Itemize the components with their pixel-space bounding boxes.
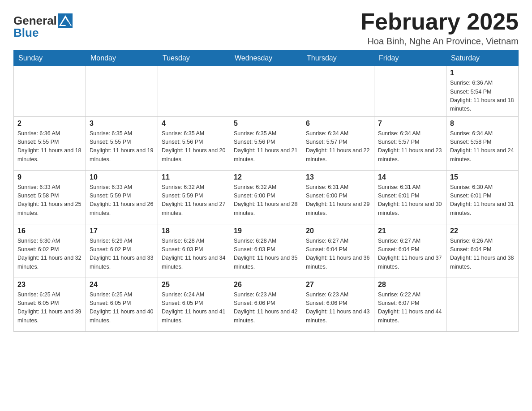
calendar-cell: 6Sunrise: 6:34 AM Sunset: 5:57 PM Daylig… bbox=[302, 116, 374, 170]
day-number: 6 bbox=[306, 120, 370, 128]
calendar-cell bbox=[302, 66, 374, 117]
header-wednesday: Wednesday bbox=[230, 51, 302, 66]
header-monday: Monday bbox=[86, 51, 158, 66]
header-sunday: Sunday bbox=[14, 51, 86, 66]
calendar-cell: 7Sunrise: 6:34 AM Sunset: 5:57 PM Daylig… bbox=[374, 116, 446, 170]
day-number: 13 bbox=[306, 173, 370, 181]
day-info: Sunrise: 6:32 AM Sunset: 5:59 PM Dayligh… bbox=[162, 183, 226, 218]
day-number: 4 bbox=[162, 120, 226, 128]
calendar-cell: 11Sunrise: 6:32 AM Sunset: 5:59 PM Dayli… bbox=[158, 170, 230, 224]
day-number: 8 bbox=[450, 120, 515, 128]
day-number: 11 bbox=[162, 173, 226, 181]
calendar-cell bbox=[14, 66, 86, 117]
calendar-cell: 26Sunrise: 6:23 AM Sunset: 6:06 PM Dayli… bbox=[230, 278, 302, 331]
calendar-cell: 15Sunrise: 6:30 AM Sunset: 6:01 PM Dayli… bbox=[446, 170, 519, 224]
day-info: Sunrise: 6:34 AM Sunset: 5:58 PM Dayligh… bbox=[450, 129, 515, 164]
page-header: General Blue February 2025 Hoa Binh, Ngh… bbox=[13, 9, 519, 47]
day-info: Sunrise: 6:30 AM Sunset: 6:02 PM Dayligh… bbox=[17, 237, 82, 272]
day-number: 28 bbox=[378, 281, 442, 289]
calendar-cell: 19Sunrise: 6:28 AM Sunset: 6:03 PM Dayli… bbox=[230, 224, 302, 278]
logo: General Blue bbox=[13, 9, 73, 40]
calendar-cell: 17Sunrise: 6:29 AM Sunset: 6:02 PM Dayli… bbox=[86, 224, 158, 278]
calendar-cell: 3Sunrise: 6:35 AM Sunset: 5:55 PM Daylig… bbox=[86, 116, 158, 170]
day-number: 17 bbox=[90, 227, 154, 235]
calendar-cell: 21Sunrise: 6:27 AM Sunset: 6:04 PM Dayli… bbox=[374, 224, 446, 278]
calendar-cell: 12Sunrise: 6:32 AM Sunset: 6:00 PM Dayli… bbox=[230, 170, 302, 224]
day-info: Sunrise: 6:24 AM Sunset: 6:05 PM Dayligh… bbox=[162, 291, 226, 325]
day-number: 18 bbox=[162, 227, 226, 235]
title-block: February 2025 Hoa Binh, Nghe An Province… bbox=[360, 9, 519, 47]
day-info: Sunrise: 6:23 AM Sunset: 6:06 PM Dayligh… bbox=[234, 291, 298, 325]
header-friday: Friday bbox=[374, 51, 446, 66]
day-info: Sunrise: 6:25 AM Sunset: 6:05 PM Dayligh… bbox=[17, 291, 82, 325]
day-number: 23 bbox=[17, 281, 82, 289]
day-number: 3 bbox=[90, 120, 154, 128]
week-row-0: 1Sunrise: 6:36 AM Sunset: 5:54 PM Daylig… bbox=[14, 66, 519, 117]
calendar-cell: 1Sunrise: 6:36 AM Sunset: 5:54 PM Daylig… bbox=[446, 66, 519, 117]
calendar-subtitle: Hoa Binh, Nghe An Province, Vietnam bbox=[360, 36, 519, 47]
calendar-cell bbox=[158, 66, 230, 117]
day-info: Sunrise: 6:35 AM Sunset: 5:55 PM Dayligh… bbox=[90, 129, 154, 164]
calendar-title: February 2025 bbox=[360, 9, 519, 34]
header-tuesday: Tuesday bbox=[158, 51, 230, 66]
calendar-header-row: SundayMondayTuesdayWednesdayThursdayFrid… bbox=[14, 51, 519, 66]
day-info: Sunrise: 6:25 AM Sunset: 6:05 PM Dayligh… bbox=[90, 291, 154, 325]
calendar-cell: 2Sunrise: 6:36 AM Sunset: 5:55 PM Daylig… bbox=[14, 116, 86, 170]
day-info: Sunrise: 6:22 AM Sunset: 6:07 PM Dayligh… bbox=[378, 291, 442, 325]
calendar-cell: 22Sunrise: 6:26 AM Sunset: 6:04 PM Dayli… bbox=[446, 224, 519, 278]
day-number: 15 bbox=[450, 173, 515, 181]
calendar-cell bbox=[446, 278, 519, 331]
calendar-cell: 20Sunrise: 6:27 AM Sunset: 6:04 PM Dayli… bbox=[302, 224, 374, 278]
header-saturday: Saturday bbox=[446, 51, 519, 66]
day-info: Sunrise: 6:28 AM Sunset: 6:03 PM Dayligh… bbox=[234, 237, 298, 272]
calendar-cell bbox=[86, 66, 158, 117]
calendar-cell: 8Sunrise: 6:34 AM Sunset: 5:58 PM Daylig… bbox=[446, 116, 519, 170]
day-info: Sunrise: 6:34 AM Sunset: 5:57 PM Dayligh… bbox=[306, 129, 370, 164]
calendar-table: SundayMondayTuesdayWednesdayThursdayFrid… bbox=[13, 50, 519, 332]
logo-blue-text: Blue bbox=[13, 26, 39, 40]
week-row-3: 16Sunrise: 6:30 AM Sunset: 6:02 PM Dayli… bbox=[14, 224, 519, 278]
logo-icon bbox=[58, 13, 73, 28]
day-number: 24 bbox=[90, 281, 154, 289]
day-number: 25 bbox=[162, 281, 226, 289]
calendar-cell: 14Sunrise: 6:31 AM Sunset: 6:01 PM Dayli… bbox=[374, 170, 446, 224]
calendar-cell: 18Sunrise: 6:28 AM Sunset: 6:03 PM Dayli… bbox=[158, 224, 230, 278]
day-info: Sunrise: 6:28 AM Sunset: 6:03 PM Dayligh… bbox=[162, 237, 226, 272]
calendar-cell: 23Sunrise: 6:25 AM Sunset: 6:05 PM Dayli… bbox=[14, 278, 86, 331]
calendar-cell: 5Sunrise: 6:35 AM Sunset: 5:56 PM Daylig… bbox=[230, 116, 302, 170]
day-info: Sunrise: 6:27 AM Sunset: 6:04 PM Dayligh… bbox=[378, 237, 442, 272]
day-number: 9 bbox=[17, 173, 82, 181]
calendar-cell: 24Sunrise: 6:25 AM Sunset: 6:05 PM Dayli… bbox=[86, 278, 158, 331]
day-info: Sunrise: 6:27 AM Sunset: 6:04 PM Dayligh… bbox=[306, 237, 370, 272]
day-info: Sunrise: 6:36 AM Sunset: 5:55 PM Dayligh… bbox=[17, 129, 82, 164]
day-number: 20 bbox=[306, 227, 370, 235]
logo-general-text: General bbox=[13, 14, 57, 28]
day-info: Sunrise: 6:31 AM Sunset: 6:00 PM Dayligh… bbox=[306, 183, 370, 218]
calendar-cell: 4Sunrise: 6:35 AM Sunset: 5:56 PM Daylig… bbox=[158, 116, 230, 170]
calendar-cell: 9Sunrise: 6:33 AM Sunset: 5:58 PM Daylig… bbox=[14, 170, 86, 224]
day-info: Sunrise: 6:32 AM Sunset: 6:00 PM Dayligh… bbox=[234, 183, 298, 218]
day-number: 27 bbox=[306, 281, 370, 289]
day-info: Sunrise: 6:23 AM Sunset: 6:06 PM Dayligh… bbox=[306, 291, 370, 325]
day-number: 26 bbox=[234, 281, 298, 289]
day-number: 5 bbox=[234, 120, 298, 128]
day-number: 7 bbox=[378, 120, 442, 128]
day-info: Sunrise: 6:34 AM Sunset: 5:57 PM Dayligh… bbox=[378, 129, 442, 164]
day-number: 12 bbox=[234, 173, 298, 181]
day-number: 21 bbox=[378, 227, 442, 235]
calendar-cell bbox=[230, 66, 302, 117]
day-number: 22 bbox=[450, 227, 515, 235]
day-number: 10 bbox=[90, 173, 154, 181]
day-number: 14 bbox=[378, 173, 442, 181]
day-info: Sunrise: 6:35 AM Sunset: 5:56 PM Dayligh… bbox=[234, 129, 298, 164]
week-row-4: 23Sunrise: 6:25 AM Sunset: 6:05 PM Dayli… bbox=[14, 278, 519, 331]
day-info: Sunrise: 6:29 AM Sunset: 6:02 PM Dayligh… bbox=[90, 237, 154, 272]
day-info: Sunrise: 6:30 AM Sunset: 6:01 PM Dayligh… bbox=[450, 183, 515, 218]
calendar-cell: 16Sunrise: 6:30 AM Sunset: 6:02 PM Dayli… bbox=[14, 224, 86, 278]
day-info: Sunrise: 6:35 AM Sunset: 5:56 PM Dayligh… bbox=[162, 129, 226, 164]
calendar-cell: 13Sunrise: 6:31 AM Sunset: 6:00 PM Dayli… bbox=[302, 170, 374, 224]
week-row-2: 9Sunrise: 6:33 AM Sunset: 5:58 PM Daylig… bbox=[14, 170, 519, 224]
calendar-cell bbox=[374, 66, 446, 117]
day-info: Sunrise: 6:33 AM Sunset: 5:59 PM Dayligh… bbox=[90, 183, 154, 218]
calendar-cell: 10Sunrise: 6:33 AM Sunset: 5:59 PM Dayli… bbox=[86, 170, 158, 224]
